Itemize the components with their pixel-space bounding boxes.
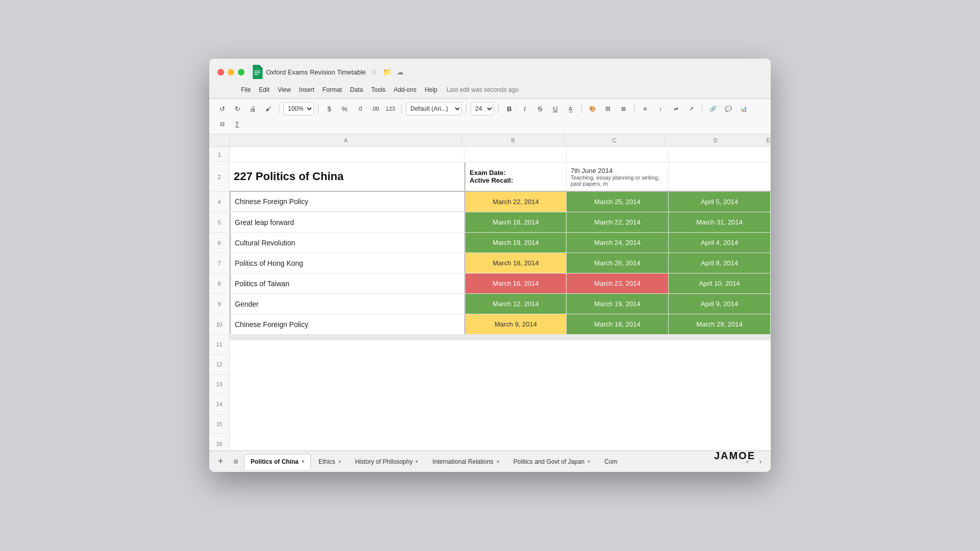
menu-insert[interactable]: Insert — [296, 85, 317, 94]
cell-1c[interactable] — [567, 147, 669, 162]
date-c-10[interactable]: March 18, 2014 — [567, 314, 669, 334]
star-icon[interactable]: ☆ — [370, 67, 379, 77]
cell-1d[interactable] — [669, 147, 771, 162]
tab-prev-button[interactable]: ‹ — [741, 456, 753, 468]
tab-history-of-philosophy[interactable]: History of Philosophy ▾ — [349, 454, 425, 469]
borders-button[interactable]: ⊞ — [601, 102, 615, 115]
fill-color-button[interactable]: 🎨 — [586, 102, 599, 115]
menu-view[interactable]: View — [275, 85, 294, 94]
tab-chevron-politics-of-china[interactable]: ▾ — [302, 459, 304, 464]
fullscreen-button[interactable] — [238, 69, 244, 76]
topic-10[interactable]: Chinese Foreign Policy — [230, 314, 464, 334]
decimal-decrease[interactable]: .0 — [353, 102, 366, 115]
merge-button[interactable]: ⊠ — [617, 102, 630, 115]
date-d-5[interactable]: March 31, 2014 — [669, 212, 771, 232]
sheet-list-button[interactable]: ≡ — [229, 455, 243, 469]
date-b-7[interactable]: March 18, 2014 — [464, 253, 567, 273]
topic-6[interactable]: Cultural Revolution — [230, 233, 464, 253]
tab-ethics[interactable]: Ethics ▾ — [312, 454, 348, 469]
add-sheet-button[interactable]: + — [213, 455, 228, 469]
italic-button[interactable]: I — [518, 102, 531, 115]
tab-chevron-ethics[interactable]: ▾ — [338, 459, 341, 464]
date-c-4[interactable]: March 25, 2014 — [567, 192, 669, 212]
paint-format-button[interactable]: 🖌 — [261, 102, 275, 115]
tab-international-relations[interactable]: International Relations ▾ — [426, 454, 505, 469]
menu-data[interactable]: Data — [347, 85, 366, 94]
spreadsheet: 1 2 4 5 6 7 8 9 10 11 12 13 14 15 16 17 … — [209, 134, 771, 450]
tab-com[interactable]: Com — [598, 454, 624, 469]
rotate-button[interactable]: ↗ — [684, 102, 698, 115]
cell-1a[interactable] — [230, 147, 464, 162]
date-d-7[interactable]: April 8, 2014 — [669, 253, 771, 273]
date-b-8[interactable]: March 16, 2014 — [464, 273, 567, 293]
decimal-increase[interactable]: .00 — [369, 102, 382, 115]
date-c-8[interactable]: March 23, 2014 — [567, 273, 669, 293]
currency-button[interactable]: $ — [323, 102, 336, 115]
topic-4[interactable]: Chinese Foreign Policy — [230, 192, 464, 212]
date-d-6[interactable]: April 4, 2014 — [669, 233, 771, 253]
topic-7[interactable]: Politics of Hong Kong — [230, 253, 464, 273]
date-d-9[interactable]: April 9, 2014 — [669, 294, 771, 314]
font-select[interactable]: Default (Ari...) — [406, 102, 462, 115]
topic-9[interactable]: Gender — [230, 294, 464, 314]
date-b-4[interactable]: March 22, 2014 — [464, 192, 567, 212]
row-num-1: 1 — [209, 147, 229, 162]
font-size-select[interactable]: 24 — [471, 102, 494, 115]
date-b-6[interactable]: March 19, 2014 — [464, 233, 567, 253]
chart-button[interactable]: 📊 — [737, 102, 750, 115]
function-button[interactable]: ∑ — [231, 117, 244, 131]
cell-1b[interactable] — [464, 147, 567, 162]
tab-politics-of-china[interactable]: Politics of China ▾ — [244, 454, 311, 469]
menu-format[interactable]: Format — [320, 85, 345, 94]
wrap-button[interactable]: ⇌ — [669, 102, 682, 115]
percent-button[interactable]: % — [338, 102, 351, 115]
sheet-title[interactable]: 227 Politics of China — [230, 162, 464, 191]
menu-edit[interactable]: Edit — [256, 85, 273, 94]
redo-button[interactable]: ↻ — [231, 102, 244, 115]
menu-tools[interactable]: Tools — [368, 85, 388, 94]
text-color-button[interactable]: A̲ — [564, 102, 577, 115]
folder-icon[interactable]: 📁 — [382, 67, 393, 77]
comment-button[interactable]: 💬 — [722, 102, 735, 115]
tab-next-button[interactable]: › — [754, 456, 767, 468]
zoom-select[interactable]: 100% — [283, 102, 314, 115]
minimize-button[interactable] — [228, 69, 234, 76]
cloud-icon[interactable]: ☁ — [396, 67, 405, 77]
table-row-7: Politics of Hong Kong March 18, 2014 Mar… — [230, 253, 771, 273]
strikethrough-button[interactable]: S — [533, 102, 547, 115]
date-b-9[interactable]: March 12, 2014 — [464, 294, 567, 314]
print-button[interactable]: 🖨 — [246, 102, 259, 115]
tab-chevron-history[interactable]: ▾ — [415, 459, 418, 464]
date-c-9[interactable]: March 19, 2014 — [567, 294, 669, 314]
date-d-8[interactable]: April 10, 2014 — [669, 273, 771, 293]
date-b-5[interactable]: March 18, 2014 — [464, 212, 567, 232]
close-button[interactable] — [217, 69, 224, 76]
date-b-10[interactable]: March 9, 2014 — [464, 314, 567, 334]
row-num-14: 14 — [209, 394, 229, 414]
table-row-5: Great leap forward March 18, 2014 March … — [230, 212, 771, 233]
bold-button[interactable]: B — [503, 102, 516, 115]
link-button[interactable]: 🔗 — [706, 102, 720, 115]
svg-rect-1 — [254, 72, 260, 73]
menu-file[interactable]: File — [238, 85, 254, 94]
topic-5[interactable]: Great leap forward — [230, 212, 464, 232]
date-d-4[interactable]: April 5, 2014 — [669, 192, 771, 212]
tab-chevron-intl[interactable]: ▾ — [497, 459, 499, 464]
row-1 — [230, 147, 771, 162]
align-button[interactable]: ≡ — [639, 102, 652, 115]
topic-8[interactable]: Politics of Taiwan — [230, 273, 464, 293]
valign-button[interactable]: ↕ — [654, 102, 667, 115]
header-d[interactable] — [669, 162, 771, 191]
date-c-7[interactable]: March 26, 2014 — [567, 253, 669, 273]
date-c-6[interactable]: March 24, 2014 — [567, 233, 669, 253]
underline-button[interactable]: U — [549, 102, 562, 115]
filter-button[interactable]: ⊟ — [215, 117, 229, 131]
tab-politics-govt-japan[interactable]: Politics and Govt of Japan ▾ — [507, 454, 597, 469]
undo-button[interactable]: ↺ — [215, 102, 229, 115]
date-d-10[interactable]: March 29, 2014 — [669, 314, 771, 334]
menu-addons[interactable]: Add-ons — [390, 85, 420, 94]
format-number[interactable]: 123 — [384, 102, 397, 115]
date-c-5[interactable]: March 22, 2014 — [567, 212, 669, 232]
tab-chevron-japan[interactable]: ▾ — [587, 459, 590, 464]
menu-help[interactable]: Help — [422, 85, 440, 94]
